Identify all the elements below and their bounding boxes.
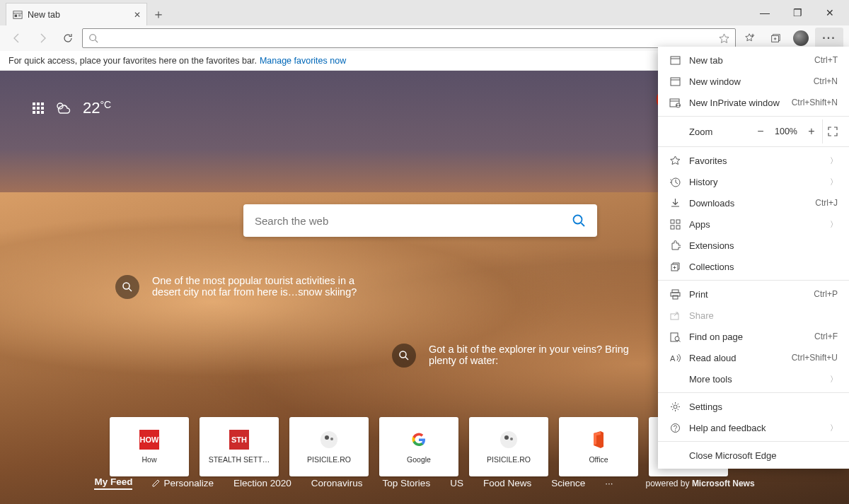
settings-menu: New tab Ctrl+T New window Ctrl+N New InP…: [658, 47, 849, 469]
svg-rect-54: [671, 314, 678, 320]
weather-widget[interactable]: 22°C: [32, 99, 111, 117]
menu-more-tools[interactable]: More tools〉: [658, 368, 849, 389]
feed-nav: My Feed Personalize Election 2020 Corona…: [0, 476, 849, 490]
tip-text: One of the most popular tourist activiti…: [152, 275, 370, 299]
menu-new-inprivate[interactable]: New InPrivate window Ctrl+Shift+N: [658, 92, 849, 113]
menu-favorites[interactable]: Favorites〉: [658, 150, 849, 171]
manage-favorites-link[interactable]: Manage favorites now: [260, 56, 346, 66]
refresh-button[interactable]: [57, 27, 79, 49]
fullscreen-button[interactable]: [822, 119, 842, 143]
titlebar: New tab ✕ ＋ — ❐ ✕: [0, 0, 849, 25]
page-layout-icon[interactable]: [32, 102, 45, 115]
feed-nav-item[interactable]: Coronavirus: [311, 478, 363, 488]
maximize-button[interactable]: ❐: [781, 0, 814, 25]
feed-nav-item[interactable]: Election 2020: [233, 478, 291, 488]
quick-tile[interactable]: Office: [559, 417, 638, 476]
svg-line-23: [582, 223, 585, 227]
tab-title: New tab: [28, 10, 60, 20]
svg-line-25: [129, 288, 132, 291]
tab-close-icon[interactable]: ✕: [134, 10, 141, 20]
history-icon: [669, 176, 681, 187]
svg-point-30: [330, 438, 333, 440]
svg-rect-46: [671, 225, 674, 229]
quick-tile[interactable]: STHSTEALTH SETT…: [200, 417, 279, 476]
svg-point-5: [90, 35, 96, 41]
menu-read-aloud[interactable]: ARead aloudCtrl+Shift+U: [658, 347, 849, 368]
svg-rect-34: [671, 57, 680, 64]
web-search-box[interactable]: [243, 204, 597, 237]
menu-share: Share: [658, 305, 849, 326]
menu-apps[interactable]: Apps〉: [658, 213, 849, 235]
svg-point-24: [123, 283, 129, 289]
tip-text: Got a bit of the explorer in your veins?…: [429, 344, 647, 368]
tile-icon: HOW: [139, 430, 159, 450]
svg-point-59: [674, 405, 677, 409]
feed-nav-item[interactable]: Food News: [483, 478, 531, 488]
menu-collections[interactable]: Collections: [658, 256, 849, 277]
tile-label: Office: [589, 455, 608, 464]
info-tip-1[interactable]: One of the most popular tourist activiti…: [115, 275, 370, 299]
print-icon: [669, 288, 681, 300]
tile-label: PISICILE.RO: [487, 455, 531, 464]
feed-nav-item[interactable]: My Feed: [94, 476, 132, 490]
quick-tile[interactable]: Google: [379, 417, 458, 476]
svg-rect-17: [41, 107, 44, 110]
browser-tab[interactable]: New tab ✕: [6, 3, 147, 25]
feed-nav-item[interactable]: US: [450, 478, 463, 488]
quick-tile[interactable]: HOWHow: [110, 417, 189, 476]
svg-line-27: [405, 357, 408, 360]
feed-nav-item[interactable]: Personalize: [152, 478, 214, 488]
close-window-button[interactable]: ✕: [814, 0, 846, 25]
menu-close-edge[interactable]: Close Microsoft Edge: [658, 445, 849, 466]
gear-icon: [669, 401, 681, 412]
zoom-label: Zoom: [689, 127, 750, 137]
back-button[interactable]: [6, 27, 28, 49]
tile-label: How: [142, 455, 156, 464]
svg-rect-47: [676, 225, 680, 229]
menu-print[interactable]: PrintCtrl+P: [658, 283, 849, 305]
menu-extensions[interactable]: Extensions: [658, 235, 849, 256]
address-bar[interactable]: [82, 28, 736, 48]
web-search-input[interactable]: [255, 215, 572, 227]
svg-text:A: A: [670, 354, 676, 363]
zoom-out-button[interactable]: −: [750, 125, 771, 138]
tile-label: Google: [407, 455, 431, 464]
weather-icon: [54, 100, 73, 116]
tile-icon: STH: [229, 430, 249, 450]
magnifier-icon: [115, 275, 139, 299]
tile-icon: [319, 430, 339, 450]
quick-tile[interactable]: PISICILE.RO: [289, 417, 369, 476]
extensions-icon: [669, 240, 681, 251]
share-icon: [669, 310, 681, 321]
menu-zoom-row: Zoom − 100% +: [658, 119, 849, 143]
feed-nav-more[interactable]: ···: [605, 478, 613, 488]
search-icon: [88, 33, 98, 43]
svg-rect-19: [37, 111, 40, 114]
feed-nav-item[interactable]: Science: [551, 478, 585, 488]
svg-point-31: [500, 431, 517, 448]
google-icon: [409, 430, 429, 450]
search-submit-icon[interactable]: [572, 213, 586, 228]
menu-new-tab[interactable]: New tab Ctrl+T: [658, 49, 849, 71]
menu-help[interactable]: Help and feedback〉: [658, 417, 849, 438]
svg-rect-36: [671, 78, 680, 86]
settings-more-button[interactable]: ···: [815, 28, 843, 49]
forward-button[interactable]: [31, 27, 54, 49]
svg-line-57: [678, 340, 681, 342]
favorite-star-icon[interactable]: [719, 33, 729, 44]
menu-history[interactable]: History〉: [658, 171, 849, 192]
zoom-in-button[interactable]: +: [801, 125, 822, 138]
feed-nav-item[interactable]: Top Stories: [383, 478, 431, 488]
menu-new-window[interactable]: New window Ctrl+N: [658, 71, 849, 92]
tab-page-icon: [12, 9, 23, 20]
quick-tile[interactable]: PISICILE.RO: [469, 417, 548, 476]
help-icon: [669, 422, 681, 433]
minimize-button[interactable]: —: [749, 0, 781, 25]
new-tab-button[interactable]: ＋: [147, 3, 170, 25]
menu-downloads[interactable]: DownloadsCtrl+J: [658, 192, 849, 213]
info-tip-2[interactable]: Got a bit of the explorer in your veins?…: [392, 344, 647, 368]
menu-find[interactable]: Find on pageCtrl+F: [658, 326, 849, 347]
magnifier-icon: [392, 344, 416, 368]
menu-settings[interactable]: Settings: [658, 396, 849, 417]
zoom-value: 100%: [771, 127, 801, 136]
